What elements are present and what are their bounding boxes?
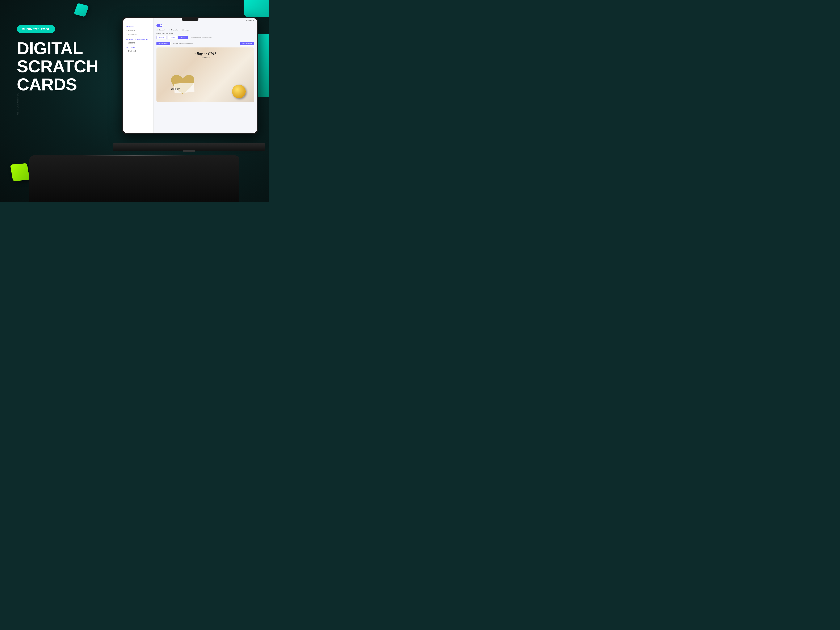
colored-label: Colored: [159, 29, 164, 31]
laptop-notch: [182, 18, 199, 21]
sidebar-item-sections[interactable]: › Sections: [123, 41, 153, 45]
sidebar-item-products[interactable]: › Products: [123, 28, 153, 33]
effect-buttons-group: Balloons Confetti Scratch: [156, 36, 188, 39]
toggle-row: [156, 22, 254, 27]
sidebar-item-purchases[interactable]: › Purchases: [123, 33, 153, 37]
action-buttons-row: Discard effects Discard all effects whic…: [156, 42, 254, 45]
laptop-screen-outer: Account ⌄ GENERAL › Products › Purchases: [122, 17, 258, 134]
app-sidebar: GENERAL › Products › Purchases CONTENT M…: [123, 18, 153, 133]
sidebar-general-label: GENERAL: [123, 24, 153, 28]
business-tool-badge: BUSINESS TOOL: [17, 25, 55, 33]
laptop-mockup: Account ⌄ GENERAL › Products › Purchases: [114, 17, 265, 164]
confetti-button[interactable]: Confetti: [167, 36, 177, 39]
radio-magic[interactable]: Magic: [182, 29, 189, 31]
add-text-block-button[interactable]: Add Text Block: [240, 42, 254, 45]
fireworks-label: Fireworks: [171, 29, 178, 31]
gold-coin: [232, 85, 246, 98]
radio-circle-fireworks: [169, 29, 170, 31]
teal-accent-top-right: [243, 0, 269, 17]
toggle-switch[interactable]: [156, 24, 162, 27]
sidebar-item-oauth[interactable]: › OAuth 2.0: [123, 49, 153, 53]
radio-colored[interactable]: Colored: [156, 29, 164, 31]
laptop-base: [114, 143, 265, 151]
laptop-screen-bezel: Account ⌄ GENERAL › Products › Purchases: [123, 18, 257, 133]
card-preview-area: =Boy or Girl? would have: [156, 47, 254, 102]
effects-label: Effects show up on card: [156, 33, 254, 35]
app-ui-container: GENERAL › Products › Purchases CONTENT M…: [123, 18, 257, 133]
chevron-right-icon: ›: [126, 50, 126, 52]
its-a-girl-text: It's a girl: [171, 87, 180, 90]
chevron-down-icon: ⌄: [253, 19, 254, 21]
laptop-hinge: [183, 150, 195, 152]
app-header: Account ⌄: [246, 19, 254, 21]
radio-circle-magic: [182, 29, 184, 31]
cube-bottom-left-decoration: [11, 164, 30, 183]
chevron-right-icon: ›: [126, 34, 126, 36]
discard-effects-button[interactable]: Discard effects: [156, 42, 170, 45]
magic-label: Magic: [185, 29, 189, 31]
main-content-area: Colored Fireworks Magic Effects show up …: [153, 18, 257, 133]
hint-text: Try to move scratch zone up/down: [191, 37, 212, 38]
sidebar-products-label: Products: [128, 29, 135, 32]
radio-fireworks[interactable]: Fireworks: [169, 29, 178, 31]
chevron-right-icon: ›: [126, 42, 126, 44]
discard-all-text: Discard all effects which were used: [172, 43, 193, 44]
radio-options-row: Colored Fireworks Magic: [156, 29, 254, 31]
sidebar-purchases-label: Purchases: [128, 33, 137, 36]
chevron-right-icon: ›: [126, 30, 126, 32]
sidebar-settings-label: SETTINGS: [123, 45, 153, 49]
radio-circle-colored: [156, 29, 158, 31]
sidebar-content-management-label: CONTENT MANAGEMENT: [123, 37, 153, 41]
pedestal-highlight: [82, 155, 187, 156]
cube-top-decoration: [76, 4, 88, 18]
boy-or-girl-text: =Boy or Girl?: [156, 52, 254, 56]
pedestal: [29, 155, 239, 202]
sidebar-sections-label: Sections: [128, 42, 135, 44]
account-label: Account: [246, 19, 252, 21]
card-subtitle: would have: [156, 57, 254, 59]
sidebar-oauth-label: OAuth 2.0: [128, 50, 136, 52]
balloons-button[interactable]: Balloons: [156, 36, 167, 39]
scratch-button[interactable]: Scratch: [178, 36, 188, 39]
